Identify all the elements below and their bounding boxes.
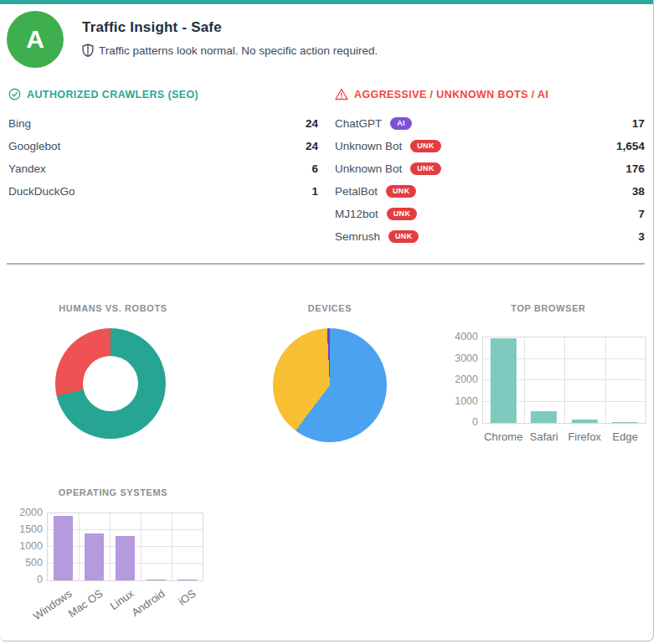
list-item: DuckDuckGo1 — [8, 183, 318, 198]
gridline — [110, 513, 110, 580]
page-title: Traffic Insight - Safe — [82, 19, 378, 36]
bot-name-text: MJ12bot — [335, 208, 378, 220]
hit-count: 1,654 — [616, 140, 645, 152]
list-item: Yandex6 — [8, 161, 318, 176]
bot-name: DuckDuckGo — [8, 185, 75, 198]
bot-name-text: Unknown Bot — [335, 162, 402, 175]
bar-mac-os — [85, 533, 105, 580]
authorized-crawlers-heading: AUTHORIZED CRAWLERS (SEO) — [8, 88, 318, 100]
top-browser-bar-chart: 01000200030004000ChromeSafariFirefoxEdge — [482, 337, 646, 424]
aggressive-bots-heading: AGGRESSIVE / UNKNOWN BOTS / AI — [335, 88, 645, 100]
x-axis-tick-label: Firefox — [564, 430, 605, 443]
bot-name: Googlebot — [8, 140, 60, 152]
bot-name: Bing — [8, 117, 31, 130]
y-axis-tick-label: 500 — [11, 557, 43, 569]
bot-name: ChatGPTAI — [335, 117, 412, 130]
shield-icon — [82, 44, 94, 57]
devices-pie-chart — [273, 328, 387, 442]
authorized-crawlers-heading-text: AUTHORIZED CRAWLERS (SEO) — [27, 89, 198, 100]
header: A Traffic Insight - Safe Traffic pattern… — [0, 4, 653, 73]
bot-name-text: DuckDuckGo — [8, 185, 75, 198]
gridline — [564, 337, 565, 423]
x-axis-tick-label: Safari — [524, 430, 565, 443]
authorized-crawlers-rows: Bing24Googlebot24Yandex6DuckDuckGo1 — [8, 116, 318, 198]
bar-ios — [177, 580, 198, 580]
hit-count: 17 — [632, 117, 645, 130]
bar-firefox — [572, 420, 598, 423]
chart-title-operating-systems: OPERATING SYSTEMS — [33, 487, 193, 497]
hit-count: 24 — [306, 140, 318, 152]
bot-name-text: Bing — [8, 117, 31, 130]
authorized-crawlers-section: AUTHORIZED CRAWLERS (SEO) Bing24Googlebo… — [8, 88, 330, 251]
gridline — [605, 337, 606, 423]
hit-count: 7 — [638, 208, 645, 220]
y-axis-tick-label: 1000 — [446, 395, 478, 408]
bot-name: SemrushUNK — [335, 230, 419, 243]
subtitle: Traffic patterns look normal. No specifi… — [82, 44, 378, 57]
chart-title-humans-vs-robots: HUMANS VS. ROBOTS — [33, 303, 193, 313]
charts-area: HUMANS VS. ROBOTS DEVICES TOP BROWSER 01… — [0, 265, 653, 630]
list-item: MJ12botUNK7 — [335, 206, 645, 221]
list-item: Unknown BotUNK176 — [335, 161, 645, 176]
bot-lists: AUTHORIZED CRAWLERS (SEO) Bing24Googlebo… — [0, 73, 653, 251]
hit-count: 6 — [311, 162, 318, 175]
list-item: SemrushUNK3 — [335, 229, 645, 244]
bot-name: Yandex — [8, 162, 46, 175]
ai-badge: AI — [390, 117, 412, 130]
bot-name-text: ChatGPT — [335, 117, 382, 130]
y-axis-tick-label: 4000 — [446, 331, 478, 343]
hit-count: 1 — [311, 185, 318, 198]
aggressive-bots-section: AGGRESSIVE / UNKNOWN BOTS / AI ChatGPTAI… — [330, 88, 645, 251]
hit-count: 24 — [306, 117, 318, 130]
bar-safari — [531, 411, 557, 423]
hit-count: 3 — [638, 230, 645, 243]
bot-name-text: Googlebot — [8, 140, 60, 152]
y-axis-tick-label: 1500 — [11, 523, 43, 536]
bot-name-text: Semrush — [335, 230, 380, 243]
bot-name: Unknown BotUNK — [335, 162, 441, 175]
chart-title-devices: DEVICES — [275, 303, 384, 313]
unk-badge: UNK — [386, 185, 416, 198]
y-axis-tick-label: 3000 — [446, 353, 478, 365]
gridline — [79, 513, 80, 580]
bot-name-text: Unknown Bot — [335, 140, 402, 152]
humans-vs-robots-donut-chart — [55, 328, 166, 439]
bar-windows — [54, 516, 74, 580]
unk-badge: UNK — [388, 230, 419, 243]
bot-name-text: Yandex — [8, 162, 46, 175]
bar-linux — [116, 536, 136, 580]
unk-badge: UNK — [410, 140, 440, 152]
traffic-insight-card: A Traffic Insight - Safe Traffic pattern… — [0, 0, 654, 641]
aggressive-bots-rows: ChatGPTAI17Unknown BotUNK1,654Unknown Bo… — [335, 116, 645, 244]
bot-name: PetalBotUNK — [335, 185, 416, 198]
list-item: Googlebot24 — [8, 138, 318, 153]
y-axis-tick-label: 0 — [11, 574, 43, 586]
y-axis-tick-label: 2000 — [446, 374, 478, 386]
list-item: PetalBotUNK38 — [335, 183, 645, 198]
hit-count: 176 — [625, 162, 645, 175]
check-circle-icon — [8, 88, 21, 100]
header-text: Traffic Insight - Safe Traffic patterns … — [82, 11, 378, 57]
bar-android — [146, 580, 167, 580]
y-axis-tick-label: 1000 — [11, 540, 43, 553]
bar-edge — [612, 422, 638, 423]
warning-triangle-icon — [335, 88, 348, 100]
operating-systems-bar-chart: 0500100015002000WindowsMac OSLinuxAndroi… — [47, 513, 203, 581]
donut-hole — [83, 356, 138, 411]
grade-avatar: A — [7, 11, 64, 68]
subtitle-text: Traffic patterns look normal. No specifi… — [99, 44, 378, 57]
chart-title-top-browser: TOP BROWSER — [473, 303, 624, 313]
aggressive-bots-heading-text: AGGRESSIVE / UNKNOWN BOTS / AI — [354, 89, 548, 100]
list-item: Bing24 — [8, 116, 318, 131]
bot-name-text: PetalBot — [335, 185, 378, 198]
unk-badge: UNK — [387, 208, 417, 220]
gridline — [524, 337, 525, 423]
gridline — [141, 513, 141, 580]
bar-chrome — [491, 338, 517, 423]
y-axis-tick-label: 2000 — [11, 507, 43, 519]
x-axis-tick-label: Chrome — [483, 430, 524, 443]
hit-count: 38 — [632, 185, 645, 198]
gridline — [172, 513, 172, 580]
bot-name: Unknown BotUNK — [335, 140, 441, 152]
x-axis-tick-label: Edge — [605, 430, 646, 443]
